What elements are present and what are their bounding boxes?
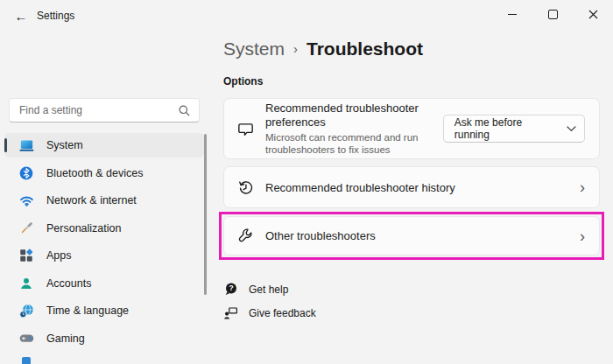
sidebar-item-time-language[interactable]: Time & language [4,298,204,323]
gaming-icon [18,330,35,347]
sidebar-scrollbar[interactable] [204,134,207,295]
sidebar-item-gaming[interactable]: Gaming [4,326,204,351]
give-feedback-link[interactable]: Give feedback [223,305,316,320]
window-title: Settings [37,10,74,22]
sidebar-item-apps[interactable]: Apps [4,243,204,268]
breadcrumb: System › Troubleshoot [223,38,423,60]
row-title: Other troubleshooters [265,229,376,242]
minimize-icon [508,14,517,15]
other-troubleshooters-row[interactable]: Other troubleshooters › [223,216,600,256]
get-help-icon: ? [223,282,238,297]
get-help-link[interactable]: ? Get help [223,282,288,297]
sidebar-item-label: Gaming [46,332,85,345]
sidebar-item-label: Bluetooth & devices [46,167,144,179]
maximize-button[interactable] [532,0,573,29]
search-box [9,98,200,122]
recommended-troubleshooter-history-row[interactable]: Recommended troubleshooter history › [223,166,600,208]
sidebar-item-network-internet[interactable]: Network & internet [4,188,204,213]
sidebar-item-personalization[interactable]: Personalization [4,216,204,241]
back-button[interactable]: ← [9,4,33,27]
close-button[interactable] [573,0,613,29]
time-language-icon [18,302,35,319]
titlebar: ← Settings [0,0,613,32]
history-icon [236,178,255,197]
recommended-troubleshooter-preferences-card: Recommended troubleshooter preferences M… [223,98,600,159]
window-controls [492,0,613,29]
sidebar-item-label: Apps [46,249,72,262]
search-input[interactable] [10,99,181,122]
sidebar-item-label: System [46,139,83,151]
sidebar-item-system[interactable]: System [4,133,204,158]
svg-text:?: ? [229,284,233,292]
chevron-right-icon: › [580,228,585,244]
wrench-icon [236,227,255,245]
troubleshooter-preference-dropdown[interactable]: Ask me before running [443,115,585,143]
sidebar-item-label: Time & language [46,304,129,317]
wifi-icon [18,192,35,209]
apps-icon [18,247,35,264]
minimize-button[interactable] [492,0,532,29]
sidebar-nav: System Bluetooth & devices Network & [4,133,204,354]
sidebar-item-accounts[interactable]: Accounts [4,271,204,296]
paintbrush-icon [18,220,35,237]
settings-window: ← Settings [0,0,613,364]
breadcrumb-parent[interactable]: System [223,38,285,60]
search-icon [178,104,191,117]
system-icon [18,136,35,154]
row-title: Recommended troubleshooter history [265,181,455,194]
page-title: Troubleshoot [306,38,423,60]
dropdown-value: Ask me before running [454,116,559,141]
close-icon [588,10,598,19]
back-arrow-icon: ← [15,9,28,24]
accessibility-icon-partial [22,357,31,364]
sidebar-item-label: Accounts [46,277,91,290]
get-help-label: Get help [249,284,288,296]
give-feedback-label: Give feedback [249,307,316,319]
give-feedback-icon [223,305,238,320]
sidebar-item-bluetooth-devices[interactable]: Bluetooth & devices [4,161,204,186]
card-text: Recommended troubleshooter preferences M… [265,102,443,156]
maximize-icon [548,10,558,19]
chevron-down-icon [567,126,576,132]
options-section-label: Options [223,75,263,88]
selected-accent-bar [4,138,7,152]
chat-bubble-icon [236,120,255,138]
card-description: Microsoft can recommend and run troubles… [265,131,443,156]
chevron-right-icon: › [580,179,585,195]
sidebar-item-label: Network & internet [46,194,137,206]
bluetooth-icon [18,164,35,182]
breadcrumb-separator-icon: › [293,41,298,56]
card-title: Recommended troubleshooter preferences [265,102,443,130]
accounts-icon [18,275,35,292]
sidebar-item-label: Personalization [46,222,121,234]
